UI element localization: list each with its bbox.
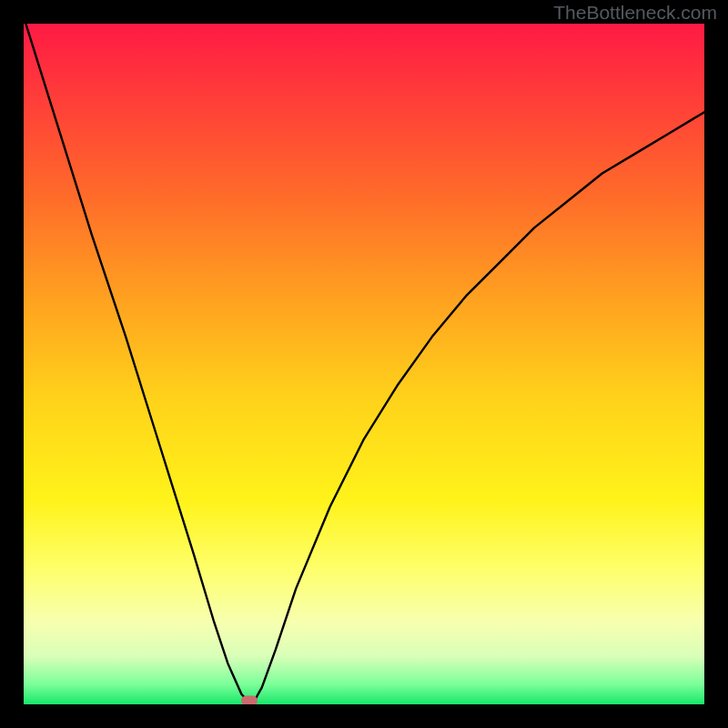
chart-frame: TheBottleneck.com: [0, 0, 728, 728]
bottleneck-curve: [24, 24, 704, 702]
curve-svg: [24, 24, 704, 704]
bottleneck-marker: [241, 695, 258, 704]
plot-area: [24, 24, 704, 704]
watermark-text: TheBottleneck.com: [553, 2, 717, 24]
